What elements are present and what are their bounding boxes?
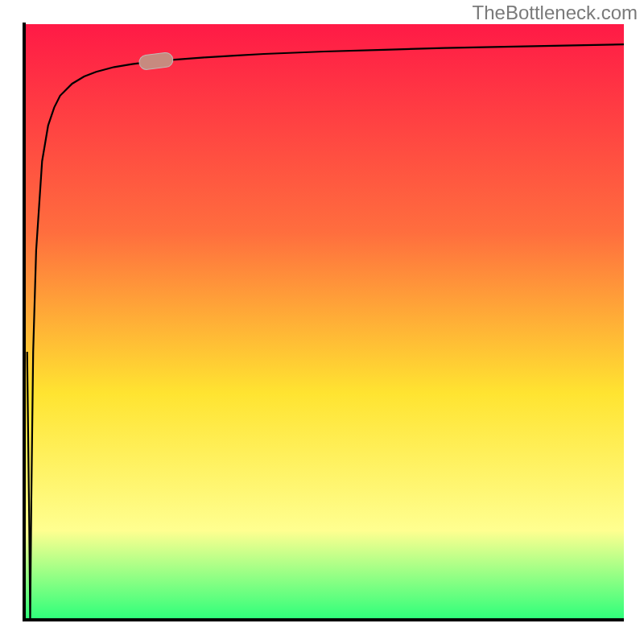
chart-container: TheBottleneck.com [0, 0, 644, 644]
watermark-text: TheBottleneck.com [473, 2, 638, 24]
plot-background [24, 24, 624, 620]
bottleneck-chart [0, 0, 644, 644]
